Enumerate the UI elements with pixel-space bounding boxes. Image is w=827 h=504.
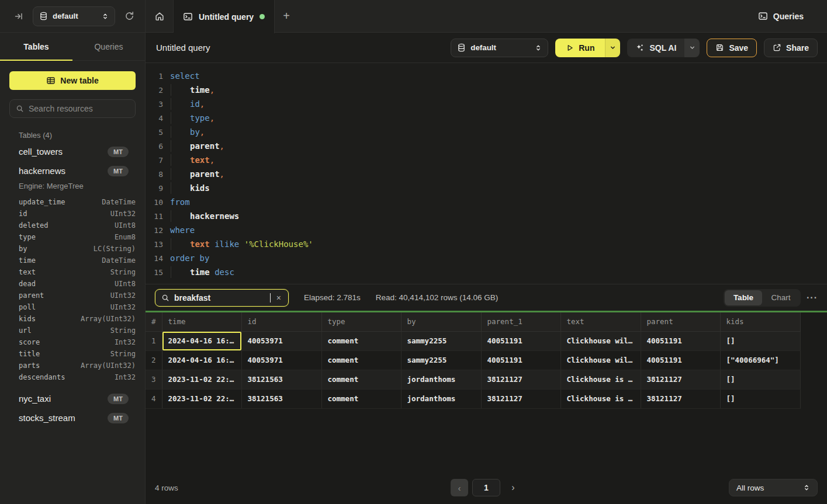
data-cell[interactable]: Clickhouse is a …	[560, 389, 641, 408]
column-type: String	[110, 268, 136, 276]
query-tab[interactable]: Untitled query	[174, 0, 275, 33]
code-text: parent,	[170, 169, 224, 179]
data-cell[interactable]: 38121127	[641, 370, 720, 389]
clear-search-button[interactable]: ×	[275, 293, 282, 303]
data-cell[interactable]: 40051191	[641, 350, 720, 370]
page-number-input[interactable]: 1	[472, 479, 500, 496]
column-type: String	[110, 350, 136, 358]
data-cell[interactable]: []	[720, 331, 800, 350]
share-button[interactable]: Share	[764, 39, 818, 57]
refresh-button[interactable]	[122, 9, 137, 23]
editor-line: 14order by	[146, 251, 827, 265]
code-text: time desc	[170, 267, 234, 277]
data-cell[interactable]: 38121127	[481, 370, 560, 389]
data-cell[interactable]: 38121127	[481, 389, 560, 408]
new-table-button[interactable]: New table	[9, 71, 136, 90]
queries-button[interactable]: Queries	[758, 11, 804, 21]
line-number: 5	[146, 128, 163, 137]
view-tab-chart[interactable]: Chart	[762, 290, 800, 305]
data-cell[interactable]: comment	[321, 331, 401, 350]
data-cell[interactable]: 2023-11-02 22:56…	[162, 389, 241, 408]
save-button[interactable]: Save	[707, 39, 757, 57]
column-header-id[interactable]: id	[241, 312, 321, 331]
column-header-parent_1[interactable]: parent_1	[481, 312, 560, 331]
view-tab-table[interactable]: Table	[725, 290, 762, 305]
table-item[interactable]: hackernewsMT	[9, 161, 136, 180]
data-cell[interactable]: comment	[321, 350, 401, 370]
sidebar-search[interactable]	[9, 99, 136, 118]
column-header-rownum[interactable]: #	[146, 312, 162, 331]
sidebar: Tables Queries New table Tables (4)	[0, 33, 146, 504]
collapse-sidebar-button[interactable]	[12, 9, 26, 23]
table-item[interactable]: cell_towersMT	[9, 142, 136, 161]
data-cell[interactable]: jordanthoms	[401, 370, 481, 389]
line-number: 7	[146, 156, 163, 165]
data-cell[interactable]: sammy2255	[401, 331, 481, 350]
row-number-cell[interactable]: 3	[146, 370, 162, 389]
table-item[interactable]: stocks_streamMT	[9, 408, 136, 427]
data-cell[interactable]: comment	[321, 389, 401, 408]
sql-ai-button[interactable]: SQL AI	[627, 39, 684, 57]
column-header-kids[interactable]: kids	[720, 312, 800, 331]
more-options-button[interactable]: ···	[807, 293, 818, 303]
data-cell[interactable]: 38121127	[641, 389, 720, 408]
results-table: #timeidtypebyparent_1textparentkids 1202…	[146, 312, 801, 409]
line-number: 13	[146, 240, 163, 249]
data-cell[interactable]: sammy2255	[401, 350, 481, 370]
data-cell[interactable]: 2024-04-16 16:24…	[162, 331, 241, 350]
home-tab[interactable]	[146, 0, 174, 32]
data-cell[interactable]: ["40066964"]	[720, 350, 800, 370]
code-text: by,	[170, 127, 205, 137]
run-options-button[interactable]	[605, 39, 620, 57]
run-button[interactable]: Run	[555, 39, 605, 57]
data-cell[interactable]: jordanthoms	[401, 389, 481, 408]
column-type: Int32	[115, 338, 136, 346]
sidebar-search-input[interactable]	[29, 104, 134, 113]
data-cell[interactable]: Clickhouse will …	[560, 331, 641, 350]
data-cell[interactable]: 2023-11-02 22:56…	[162, 370, 241, 389]
data-cell[interactable]: 38121563	[241, 389, 321, 408]
chevron-updown-icon	[803, 484, 810, 491]
column-header-by[interactable]: by	[401, 312, 481, 331]
sql-ai-options-button[interactable]	[684, 39, 700, 57]
data-cell[interactable]: Clickhouse will …	[560, 350, 641, 370]
sidebar-body: New table Tables (4) cell_towersMThacker…	[0, 61, 145, 438]
data-cell[interactable]: 38121563	[241, 370, 321, 389]
column-name: id	[19, 210, 110, 218]
topbar-database-selector[interactable]: default	[33, 6, 115, 26]
sidebar-tab-tables[interactable]: Tables	[0, 33, 72, 60]
row-number-cell[interactable]: 1	[146, 331, 162, 350]
data-cell[interactable]: 2024-04-16 16:24…	[162, 350, 241, 370]
table-column-row: update_timeDateTime	[9, 196, 136, 208]
column-type: Enum8	[115, 233, 136, 241]
sql-editor[interactable]: 1select2time,3id,4type,5by,6parent,7text…	[146, 63, 827, 284]
next-page-button[interactable]: ›	[504, 479, 522, 496]
new-tab-button[interactable]: +	[275, 0, 298, 32]
data-cell[interactable]: comment	[321, 370, 401, 389]
page-size-selector[interactable]: All rows	[729, 479, 818, 496]
data-cell[interactable]: 40053971	[241, 331, 321, 350]
chevron-updown-icon	[535, 44, 542, 51]
editor-line: 15time desc	[146, 265, 827, 279]
column-header-parent[interactable]: parent	[641, 312, 720, 331]
table-name: stocks_stream	[19, 413, 108, 423]
data-cell[interactable]: []	[720, 370, 800, 389]
row-number-cell[interactable]: 4	[146, 389, 162, 408]
prev-page-button[interactable]: ‹	[451, 479, 468, 496]
column-header-type[interactable]: type	[321, 312, 401, 331]
results-search[interactable]: ×	[155, 289, 289, 307]
results-search-input[interactable]	[174, 293, 271, 303]
table-item[interactable]: nyc_taxiMT	[9, 389, 136, 408]
data-cell[interactable]: Clickhouse is a …	[560, 370, 641, 389]
column-header-time[interactable]: time	[162, 312, 241, 331]
data-cell[interactable]: 40051191	[641, 331, 720, 350]
column-type: Int32	[115, 373, 136, 381]
column-header-text[interactable]: text	[560, 312, 641, 331]
data-cell[interactable]: 40053971	[241, 350, 321, 370]
sidebar-tab-queries[interactable]: Queries	[72, 33, 145, 60]
row-number-cell[interactable]: 2	[146, 350, 162, 370]
data-cell[interactable]: 40051191	[481, 350, 560, 370]
data-cell[interactable]: 40051191	[481, 331, 560, 350]
data-cell[interactable]: []	[720, 389, 800, 408]
query-database-selector[interactable]: default	[451, 39, 548, 57]
